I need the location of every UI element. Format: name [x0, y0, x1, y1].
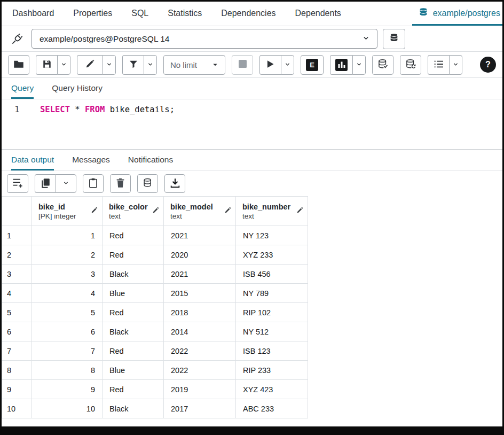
paste-button[interactable] — [83, 174, 104, 193]
edit-column-icon[interactable] — [152, 206, 159, 216]
cancel-query-button[interactable] — [232, 55, 253, 75]
help-button[interactable]: ? — [480, 57, 496, 73]
grid-cell[interactable]: 2 — [32, 245, 103, 265]
grid-cell[interactable]: Blue — [103, 361, 164, 380]
row-number-cell[interactable]: 9 — [2, 380, 32, 399]
grid-cell[interactable]: 3 — [32, 265, 103, 284]
new-connection-button[interactable] — [383, 29, 405, 49]
edit-column-icon[interactable] — [224, 206, 231, 216]
grid-cell[interactable]: Red — [103, 226, 164, 245]
grid-cell[interactable]: NY 123 — [236, 226, 308, 245]
grid-cell[interactable]: 5 — [32, 303, 103, 322]
sql-editor[interactable]: 1 SELECT * FROM bike_details; — [2, 99, 502, 150]
explain-analyze-button[interactable] — [330, 55, 352, 75]
grid-cell[interactable]: XYZ 233 — [236, 245, 308, 265]
grid-cell[interactable]: 2015 — [164, 284, 236, 303]
grid-cell[interactable]: ISB 123 — [236, 341, 308, 361]
tab-notifications[interactable]: Notifications — [128, 150, 173, 170]
grid-cell[interactable]: XYZ 423 — [236, 380, 308, 399]
row-number-cell[interactable]: 7 — [2, 341, 32, 361]
connection-combobox[interactable]: example/postgres@PostgreSQL 14 — [32, 29, 377, 49]
tab-data-output[interactable]: Data output — [11, 150, 54, 170]
rollback-button[interactable] — [400, 55, 421, 75]
row-number-cell[interactable]: 8 — [2, 361, 32, 380]
tab-messages[interactable]: Messages — [72, 150, 110, 170]
tab-dependents[interactable]: Dependents — [295, 2, 341, 26]
grid-cell[interactable]: 2021 — [164, 226, 236, 245]
download-button[interactable] — [164, 174, 185, 193]
save-dropdown-button[interactable] — [57, 55, 70, 75]
commit-button[interactable] — [372, 55, 393, 75]
grid-cell[interactable]: Red — [103, 303, 164, 322]
save-button[interactable] — [36, 55, 57, 75]
column-header[interactable]: bike_model text — [164, 197, 236, 226]
grid-cell[interactable]: 8 — [32, 361, 103, 380]
tab-properties[interactable]: Properties — [73, 2, 112, 26]
filter-button[interactable] — [122, 55, 144, 75]
macros-button[interactable] — [428, 55, 449, 75]
row-number-cell[interactable]: 4 — [2, 284, 32, 303]
edit-dropdown-button[interactable] — [103, 55, 116, 75]
grid-cell[interactable]: Red — [103, 380, 164, 399]
row-number-cell[interactable]: 2 — [2, 245, 32, 265]
grid-cell[interactable]: Black — [103, 265, 164, 284]
column-header[interactable]: bike_id [PK] integer — [32, 197, 103, 226]
execute-dropdown-button[interactable] — [281, 55, 294, 75]
tab-dependencies[interactable]: Dependencies — [221, 2, 275, 26]
tab-query[interactable]: Query — [11, 78, 34, 99]
row-number-cell[interactable]: 6 — [2, 322, 32, 341]
grid-cell[interactable]: Red — [103, 245, 164, 265]
grid-cell[interactable]: Black — [103, 322, 164, 341]
grid-cell[interactable]: 7 — [32, 341, 103, 361]
grid-cell[interactable]: 2022 — [164, 361, 236, 380]
grid-cell[interactable]: ISB 456 — [236, 265, 308, 284]
grid-cell[interactable]: 1 — [32, 226, 103, 245]
grid-cell[interactable]: 6 — [32, 322, 103, 341]
grid-cell[interactable]: 2021 — [164, 265, 236, 284]
column-header[interactable]: bike_number text — [236, 197, 308, 226]
grid-cell[interactable]: NY 512 — [236, 322, 308, 341]
edit-column-icon[interactable] — [91, 206, 98, 216]
grid-cell[interactable]: 2014 — [164, 322, 236, 341]
grid-cell[interactable]: 2019 — [164, 380, 236, 399]
open-file-button[interactable] — [8, 55, 29, 75]
add-row-button[interactable] — [7, 174, 28, 193]
explain-analyze-dropdown-button[interactable] — [352, 55, 366, 75]
row-number-cell[interactable]: 3 — [2, 265, 32, 284]
edit-button[interactable] — [77, 55, 103, 75]
column-header[interactable]: bike_color text — [103, 197, 164, 226]
grid-cell[interactable]: 9 — [32, 380, 103, 399]
tab-statistics[interactable]: Statistics — [168, 2, 202, 26]
grid-cell[interactable]: 2022 — [164, 341, 236, 361]
execute-button[interactable] — [259, 55, 281, 75]
sql-code-line[interactable]: SELECT * FROM bike_details; — [33, 105, 175, 149]
grid-cell[interactable]: RIP 102 — [236, 303, 308, 322]
grid-cell[interactable]: 10 — [32, 399, 103, 418]
grid-cell[interactable]: Red — [103, 341, 164, 361]
tab-query-history[interactable]: Query History — [52, 78, 103, 99]
tab-dashboard[interactable]: Dashboard — [12, 2, 54, 26]
filter-dropdown-button[interactable] — [144, 55, 157, 75]
grid-cell[interactable]: ABC 233 — [236, 399, 308, 418]
grid-cell[interactable]: 2020 — [164, 245, 236, 265]
grid-cell[interactable]: 2017 — [164, 399, 236, 418]
grid-cell[interactable]: 4 — [32, 284, 103, 303]
tab-sql[interactable]: SQL — [131, 2, 148, 26]
grid-cell[interactable]: 2018 — [164, 303, 236, 322]
delete-rows-button[interactable] — [110, 174, 131, 193]
copy-dropdown-button[interactable] — [56, 174, 76, 193]
macros-dropdown-button[interactable] — [449, 55, 462, 75]
limit-select[interactable]: No limit — [163, 55, 225, 75]
explain-button[interactable]: E — [301, 55, 324, 75]
tab-example-postgres[interactable]: example/postgres — [412, 2, 502, 26]
grid-cell[interactable]: RIP 233 — [236, 361, 308, 380]
plug-icon[interactable] — [8, 30, 26, 48]
grid-cell[interactable]: Blue — [103, 284, 164, 303]
grid-cell[interactable]: Black — [103, 399, 164, 418]
edit-column-icon[interactable] — [296, 206, 303, 216]
row-number-cell[interactable]: 5 — [2, 303, 32, 322]
row-number-cell[interactable]: 10 — [2, 399, 32, 418]
copy-button[interactable] — [35, 174, 56, 193]
save-data-button[interactable] — [137, 174, 158, 193]
select-all-corner[interactable] — [2, 197, 32, 226]
